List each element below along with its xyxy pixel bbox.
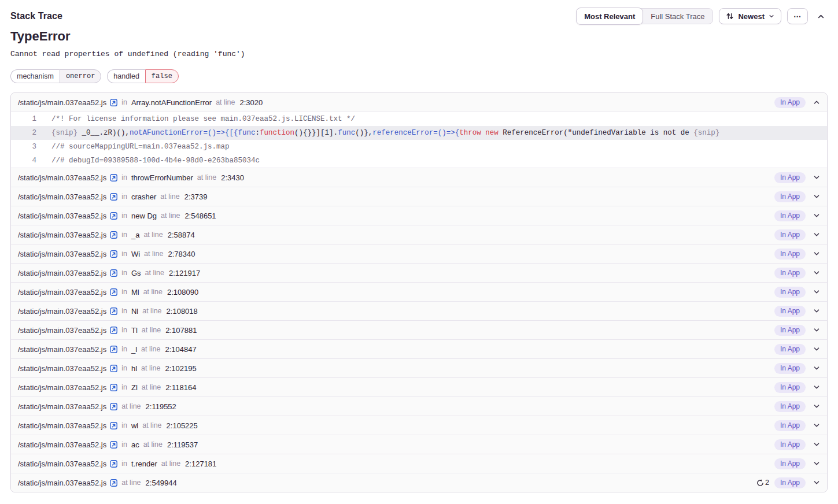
ellipsis-icon: ⋯ (793, 12, 802, 21)
stack-frame: /static/js/main.037eaa52.js in Nl at lin… (11, 302, 827, 321)
frame-in-label: in (121, 192, 127, 201)
expand-chevron-icon[interactable] (813, 99, 820, 106)
expand-chevron-icon[interactable] (813, 174, 820, 181)
frame-atline-label: at line (121, 402, 141, 410)
expand-chevron-icon[interactable] (813, 460, 820, 467)
frame-header[interactable]: /static/js/main.037eaa52.js in throwErro… (11, 168, 827, 187)
frame-header[interactable]: /static/js/main.037eaa52.js in Array.not… (11, 93, 827, 112)
sort-label: Newest (738, 12, 765, 21)
frame-line-number: 2:127181 (185, 459, 216, 468)
line-number: 3 (11, 143, 36, 151)
frame-line-number: 2:102195 (165, 364, 196, 373)
refresh-icon (756, 479, 764, 487)
external-link-icon[interactable] (110, 327, 117, 334)
expand-chevron-icon[interactable] (813, 250, 820, 257)
frame-line-number: 2:119552 (146, 402, 176, 411)
expand-chevron-icon[interactable] (813, 346, 820, 353)
header-controls: Most Relevant Full Stack Trace Newest ⋯ (576, 8, 828, 24)
expand-chevron-icon[interactable] (813, 365, 820, 372)
frame-header[interactable]: /static/js/main.037eaa52.js at line 2:11… (11, 397, 827, 416)
external-link-icon[interactable] (110, 422, 117, 429)
in-app-badge: In App (774, 268, 806, 279)
frame-atline-label: at line (142, 307, 161, 315)
frame-in-label: in (121, 98, 127, 106)
in-app-badge: In App (774, 420, 806, 431)
expand-chevron-icon[interactable] (813, 212, 820, 219)
frame-atline-label: at line (216, 98, 235, 106)
expand-chevron-icon[interactable] (813, 441, 820, 448)
frame-atline-label: at line (161, 459, 180, 468)
external-link-icon[interactable] (110, 231, 117, 239)
frame-header[interactable]: /static/js/main.037eaa52.js in Ml at lin… (11, 283, 827, 301)
tag-key: handled (107, 69, 145, 83)
frame-path: /static/js/main.037eaa52.js (18, 421, 106, 430)
frame-line-number: 2:58874 (168, 231, 195, 239)
in-app-badge: In App (774, 363, 806, 374)
frame-path: /static/js/main.037eaa52.js (18, 402, 106, 411)
expand-chevron-icon[interactable] (813, 193, 820, 200)
external-link-icon[interactable] (110, 441, 117, 449)
frame-header[interactable]: /static/js/main.037eaa52.js in wl at lin… (11, 416, 827, 435)
frame-line-number: 2:105225 (167, 421, 198, 430)
expand-chevron-icon[interactable] (813, 269, 820, 276)
frame-path: /static/js/main.037eaa52.js (18, 288, 106, 297)
code-line: 4//# debugId=09389588-100d-4b4e-98d0-e26… (11, 154, 827, 168)
external-link-icon[interactable] (110, 288, 117, 296)
tag-mechanism[interactable]: mechanism onerror (10, 69, 101, 83)
expand-chevron-icon[interactable] (813, 231, 820, 238)
frame-header[interactable]: /static/js/main.037eaa52.js in crasher a… (11, 187, 827, 206)
in-app-badge: In App (774, 229, 806, 240)
frame-repeats: 2 (756, 479, 769, 487)
toggle-most-relevant[interactable]: Most Relevant (576, 8, 643, 25)
external-link-icon[interactable] (110, 346, 117, 353)
collapse-section-button[interactable] (814, 8, 828, 24)
frame-header[interactable]: /static/js/main.037eaa52.js in _a at lin… (11, 225, 827, 244)
stack-frame: /static/js/main.037eaa52.js in Gs at lin… (11, 264, 827, 283)
expand-chevron-icon[interactable] (813, 422, 820, 429)
frame-header[interactable]: /static/js/main.037eaa52.js in Zl at lin… (11, 378, 827, 396)
expand-chevron-icon[interactable] (813, 288, 820, 295)
sort-button[interactable]: Newest (719, 8, 781, 24)
frame-header[interactable]: /static/js/main.037eaa52.js at line 2:54… (11, 473, 827, 492)
code-line: 3//# sourceMappingURL=main.037eaa52.js.m… (11, 140, 827, 154)
external-link-icon[interactable] (110, 269, 117, 277)
frame-header[interactable]: /static/js/main.037eaa52.js in Nl at lin… (11, 302, 827, 320)
external-link-icon[interactable] (110, 250, 117, 258)
frame-header[interactable]: /static/js/main.037eaa52.js in ac at lin… (11, 435, 827, 454)
external-link-icon[interactable] (110, 365, 117, 372)
frame-path: /static/js/main.037eaa52.js (18, 212, 106, 220)
expand-chevron-icon[interactable] (813, 384, 820, 391)
external-link-icon[interactable] (110, 193, 117, 201)
sort-arrows-icon (726, 12, 734, 20)
frame-header[interactable]: /static/js/main.037eaa52.js in t.render … (11, 454, 827, 473)
external-link-icon[interactable] (110, 384, 117, 391)
expand-chevron-icon[interactable] (813, 479, 820, 486)
in-app-badge: In App (774, 477, 806, 488)
external-link-icon[interactable] (110, 460, 117, 468)
expand-chevron-icon[interactable] (813, 327, 820, 333)
external-link-icon[interactable] (110, 403, 117, 410)
code-line: 1/*! For license information please see … (11, 112, 827, 126)
chevron-down-icon (769, 13, 774, 19)
external-link-icon[interactable] (110, 307, 117, 315)
code-text: //# debugId=09389588-100d-4b4e-98d0-e263… (51, 157, 260, 165)
tag-handled[interactable]: handled false (107, 69, 179, 83)
frame-header[interactable]: /static/js/main.037eaa52.js in Tl at lin… (11, 321, 827, 339)
frame-header[interactable]: /static/js/main.037eaa52.js in new Dg at… (11, 206, 827, 225)
external-link-icon[interactable] (110, 479, 117, 487)
frame-in-label: in (121, 326, 127, 334)
external-link-icon[interactable] (110, 212, 117, 220)
more-options-button[interactable]: ⋯ (787, 8, 808, 24)
expand-chevron-icon[interactable] (813, 307, 820, 314)
expand-chevron-icon[interactable] (813, 403, 820, 410)
external-link-icon[interactable] (110, 174, 117, 181)
frame-header[interactable]: /static/js/main.037eaa52.js in _l at lin… (11, 340, 827, 358)
frame-header[interactable]: /static/js/main.037eaa52.js in Wi at lin… (11, 244, 827, 263)
frame-line-number: 2:3739 (184, 192, 208, 201)
tag-key: mechanism (10, 69, 60, 83)
frame-header[interactable]: /static/js/main.037eaa52.js in hl at lin… (11, 359, 827, 377)
external-link-icon[interactable] (110, 99, 117, 106)
frame-header[interactable]: /static/js/main.037eaa52.js in Gs at lin… (11, 264, 827, 282)
in-app-badge: In App (774, 382, 806, 393)
toggle-full-stack-trace[interactable]: Full Stack Trace (643, 8, 713, 24)
